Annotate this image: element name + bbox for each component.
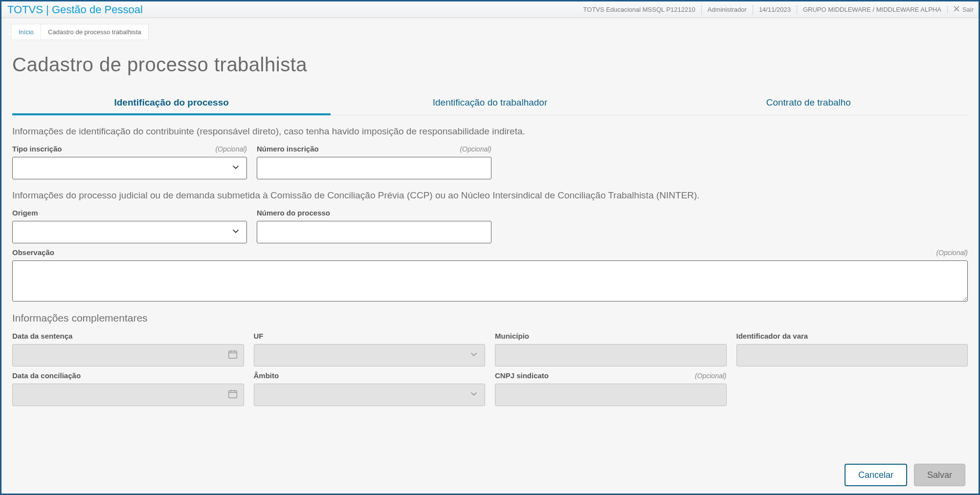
breadcrumb-home[interactable]: Início xyxy=(11,24,41,40)
label-cnpj-sindicato: CNPJ sindicato xyxy=(495,371,549,380)
optional-hint: (Opcional) xyxy=(215,145,247,153)
section-complementares: Informações complementares xyxy=(12,301,968,327)
group-label: GRUPO MIDDLEWARE / MIDDLEWARE ALPHA xyxy=(797,5,947,15)
app-title: TOTVS | Gestão de Pessoal xyxy=(7,3,143,16)
label-id-vara: Identificador da vara xyxy=(736,332,808,340)
tab-identificacao-processo[interactable]: Identificação do processo xyxy=(12,89,331,115)
label-tipo-inscricao: Tipo inscrição xyxy=(12,145,62,153)
label-numero-processo: Número do processo xyxy=(257,209,330,217)
optional-hint: (Opcional) xyxy=(936,249,968,257)
uf-select[interactable] xyxy=(254,344,486,366)
topbar-right: TOTVS Educacional MSSQL P1212210 Adminis… xyxy=(578,5,974,15)
label-origem: Origem xyxy=(12,209,38,217)
label-ambito: Âmbito xyxy=(254,371,279,380)
ambito-select[interactable] xyxy=(254,384,486,406)
optional-hint: (Opcional) xyxy=(695,372,727,380)
numero-inscricao-input[interactable] xyxy=(257,157,491,179)
cnpj-sindicato-input[interactable] xyxy=(495,384,727,406)
section-contribuinte: Informações de identificação do contribu… xyxy=(12,115,968,140)
label-data-sentenca: Data da sentença xyxy=(12,332,72,340)
tipo-inscricao-select[interactable] xyxy=(12,157,247,179)
id-vara-input[interactable] xyxy=(736,344,968,366)
page-title: Cadastro de processo trabalhista xyxy=(12,45,968,89)
data-conciliacao-input[interactable] xyxy=(12,384,244,406)
tab-identificacao-trabalhador[interactable]: Identificação do trabalhador xyxy=(331,89,649,115)
municipio-input[interactable] xyxy=(495,344,727,366)
exit-label: Sair xyxy=(962,6,974,13)
numero-processo-input[interactable] xyxy=(257,221,491,243)
user-label: Administrador xyxy=(701,5,753,15)
section-processo: Informações do processo judicial ou de d… xyxy=(12,179,968,204)
cancel-button[interactable]: Cancelar xyxy=(845,464,907,486)
label-uf: UF xyxy=(254,332,264,340)
tab-contrato-trabalho[interactable]: Contrato de trabalho xyxy=(649,89,968,115)
observacao-textarea[interactable] xyxy=(12,260,968,301)
label-numero-inscricao: Número inscrição xyxy=(257,145,319,153)
topbar: TOTVS | Gestão de Pessoal TOTVS Educacio… xyxy=(1,1,979,18)
exit-button[interactable]: Sair xyxy=(947,6,974,13)
breadcrumb-current[interactable]: Cadastro de processo trabalhista xyxy=(41,24,149,40)
env-label: TOTVS Educacional MSSQL P1212210 xyxy=(578,5,701,15)
breadcrumb: Início Cadastro de processo trabalhista xyxy=(11,24,969,40)
label-municipio: Município xyxy=(495,332,529,340)
optional-hint: (Opcional) xyxy=(460,145,491,153)
label-observacao: Observação xyxy=(12,248,54,257)
close-icon xyxy=(954,6,959,13)
label-data-conciliacao: Data da conciliação xyxy=(12,371,81,380)
origem-select[interactable] xyxy=(12,221,247,243)
tabs: Identificação do processo Identificação … xyxy=(12,89,968,115)
save-button[interactable]: Salvar xyxy=(914,464,965,486)
date-label: 14/11/2023 xyxy=(753,5,797,15)
footer-actions: Cancelar Salvar xyxy=(845,464,965,486)
data-sentenca-input[interactable] xyxy=(12,344,244,366)
